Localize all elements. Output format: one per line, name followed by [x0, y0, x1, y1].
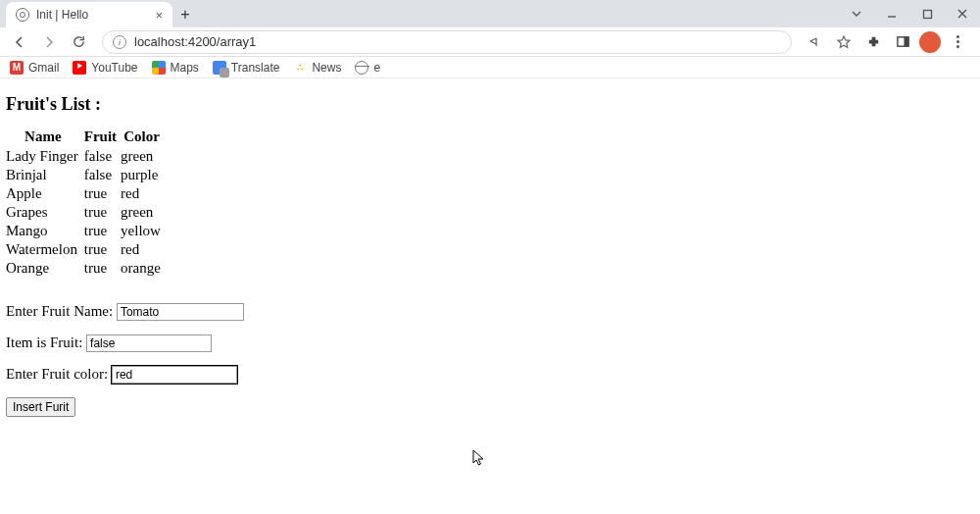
table-row: Grapestruegreen — [6, 203, 167, 222]
table-row: Orangetrueorange — [6, 259, 167, 278]
news-icon: ∴ — [293, 61, 307, 75]
cell-color: red — [121, 240, 167, 259]
new-tab-button[interactable]: + — [172, 2, 198, 27]
tab-title: Init | Hello — [36, 8, 88, 22]
forward-button[interactable] — [35, 28, 63, 56]
url-input[interactable]: i localhost:4200/array1 — [102, 30, 792, 54]
table-row: Appletruered — [6, 184, 167, 203]
col-name: Name — [6, 128, 84, 147]
browser-tab[interactable]: Init | Hello × — [6, 2, 172, 27]
svg-rect-1 — [923, 10, 931, 18]
cell-color: purple — [121, 166, 167, 184]
color-label: Enter Fruit color: — [6, 366, 108, 382]
panel-icon[interactable] — [890, 29, 915, 55]
bookmark-news[interactable]: ∴News — [293, 61, 341, 75]
extensions-icon[interactable] — [860, 29, 886, 55]
close-window-button[interactable] — [945, 0, 980, 27]
bookmark-gmail[interactable]: MGmail — [10, 61, 59, 75]
bookmark-translate[interactable]: Translate — [213, 61, 280, 75]
maximize-button[interactable] — [909, 0, 945, 27]
star-icon[interactable] — [831, 29, 857, 55]
name-label: Enter Fruit Name: — [6, 303, 113, 319]
cell-fruit: true — [84, 203, 121, 222]
globe-icon — [355, 61, 368, 75]
cell-fruit: false — [84, 147, 121, 166]
menu-button[interactable] — [945, 29, 970, 55]
globe-icon — [16, 8, 29, 22]
table-row: Mangotrueyellow — [6, 222, 167, 240]
cell-name: Brinjal — [6, 166, 84, 184]
address-bar: i localhost:4200/array1 — [0, 27, 980, 57]
profile-avatar[interactable] — [919, 31, 941, 53]
bookmark-label: YouTube — [91, 61, 137, 75]
form-row-name: Enter Fruit Name: — [6, 303, 974, 321]
fruits-table: Name Fruit Color Lady FingerfalsegreenBr… — [6, 128, 167, 278]
page-content: Fruit's List : Name Fruit Color Lady Fin… — [0, 78, 980, 423]
cell-name: Apple — [6, 184, 84, 203]
bookmark-label: Translate — [231, 61, 280, 75]
back-button[interactable] — [6, 28, 33, 56]
translate-icon — [213, 61, 226, 75]
bookmark-label: Maps — [171, 61, 199, 75]
bookmark-label: e — [373, 61, 380, 75]
cell-color: red — [121, 184, 167, 203]
table-row: Brinjalfalsepurple — [6, 166, 167, 184]
col-fruit: Fruit — [84, 128, 121, 147]
cell-fruit: false — [84, 166, 121, 184]
bookmark-maps[interactable]: Maps — [152, 61, 199, 75]
bookmark-e[interactable]: e — [355, 61, 380, 75]
reload-button[interactable] — [65, 28, 92, 56]
insert-fruit-button[interactable]: Insert Furit — [6, 397, 75, 417]
cell-color: green — [121, 203, 167, 222]
cell-name: Watermelon — [6, 240, 84, 259]
cell-fruit: true — [84, 184, 121, 203]
cell-color: green — [121, 147, 167, 166]
form-row-isfruit: Item is Fruit: — [6, 334, 974, 352]
cell-name: Grapes — [6, 203, 84, 222]
fruit-color-input[interactable] — [112, 366, 237, 384]
cell-name: Orange — [6, 259, 84, 278]
table-row: Watermelontruered — [6, 240, 167, 259]
window-titlebar: Init | Hello × + — [0, 0, 980, 27]
bookmark-label: Gmail — [28, 61, 59, 75]
bookmark-youtube[interactable]: YouTube — [73, 61, 137, 75]
is-fruit-input[interactable] — [86, 334, 212, 352]
isfruit-label: Item is Fruit: — [6, 334, 82, 350]
cell-fruit: true — [84, 222, 121, 240]
svg-rect-3 — [904, 37, 908, 46]
cell-color: orange — [121, 259, 167, 278]
maps-icon — [152, 61, 166, 75]
col-color: Color — [121, 128, 167, 147]
cell-name: Lady Finger — [6, 147, 84, 166]
cell-name: Mango — [6, 222, 84, 240]
chevron-down-icon[interactable] — [839, 0, 874, 27]
cell-fruit: true — [84, 259, 121, 278]
fruit-name-input[interactable] — [117, 303, 244, 321]
close-tab-icon[interactable]: × — [155, 8, 163, 23]
share-icon[interactable] — [802, 29, 827, 55]
bookmark-label: News — [312, 61, 341, 75]
page-title: Fruit's List : — [6, 94, 974, 115]
cursor-icon — [472, 449, 486, 467]
table-row: Lady Fingerfalsegreen — [6, 147, 167, 166]
cell-fruit: true — [84, 240, 121, 259]
minimize-button[interactable] — [874, 0, 909, 27]
cell-color: yellow — [121, 222, 167, 240]
url-text: localhost:4200/array1 — [134, 34, 256, 49]
youtube-icon — [73, 61, 86, 75]
window-controls — [839, 0, 980, 27]
gmail-icon: M — [10, 61, 24, 75]
bookmarks-bar: MGmail YouTube Maps Translate ∴News e — [0, 57, 980, 78]
info-icon: i — [113, 35, 126, 49]
form-row-color: Enter Fruit color: — [6, 366, 974, 384]
